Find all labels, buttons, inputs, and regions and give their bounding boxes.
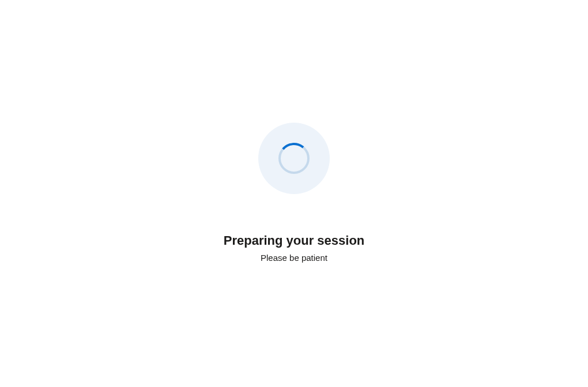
spinner-arc (277, 142, 311, 176)
loading-spinner-icon (278, 143, 310, 174)
loading-heading: Preparing your session (224, 233, 365, 248)
spinner-container (258, 123, 330, 194)
loading-subtext: Please be patient (261, 253, 327, 263)
